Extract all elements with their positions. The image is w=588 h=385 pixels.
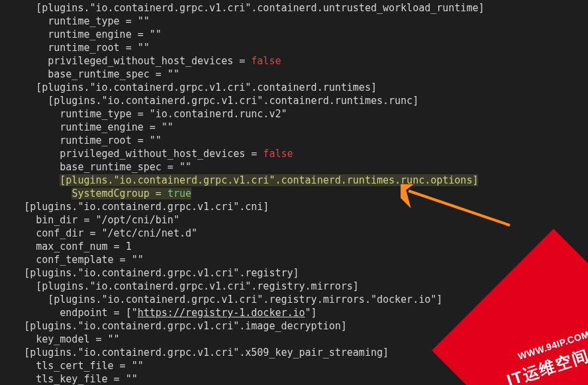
code-line: runtime_type = "" xyxy=(0,15,588,28)
code-line: conf_template = "" xyxy=(0,253,588,266)
code-line: tls_key_file = "" xyxy=(0,372,588,385)
code-line: conf_dir = "/etc/cni/net.d" xyxy=(0,227,588,240)
code-line: max_conf_num = 1 xyxy=(0,240,588,253)
code-editor[interactable]: [plugins."io.containerd.grpc.v1.cri".con… xyxy=(0,0,588,385)
code-line: runtime_engine = "" xyxy=(0,121,588,134)
code-line: runtime_engine = "" xyxy=(0,28,588,41)
code-line: [plugins."io.containerd.grpc.v1.cri".reg… xyxy=(0,293,588,306)
code-line: [plugins."io.containerd.grpc.v1.cri".con… xyxy=(0,81,588,94)
code-line: [plugins."io.containerd.grpc.v1.cri".con… xyxy=(0,1,588,15)
code-line: privileged_without_host_devices = false xyxy=(0,54,588,68)
code-line: runtime_type = "io.containerd.runc.v2" xyxy=(0,107,588,121)
code-line: [plugins."io.containerd.grpc.v1.cri".reg… xyxy=(0,266,588,280)
code-line: endpoint = ["https://registry-1.docker.i… xyxy=(0,306,588,319)
code-line: key_model = "" xyxy=(0,333,588,346)
code-line: [plugins."io.containerd.grpc.v1.cri".reg… xyxy=(0,280,588,293)
code-line: privileged_without_host_devices = false xyxy=(0,147,588,160)
code-line: [plugins."io.containerd.grpc.v1.cri".ima… xyxy=(0,319,588,333)
code-line: [plugins."io.containerd.grpc.v1.cri".con… xyxy=(0,174,588,187)
code-line: [plugins."io.containerd.grpc.v1.cri".con… xyxy=(0,94,588,107)
code-line: base_runtime_spec = "" xyxy=(0,68,588,81)
code-line: runtime_root = "" xyxy=(0,41,588,54)
code-line: runtime_root = "" xyxy=(0,134,588,147)
code-line: [plugins."io.containerd.grpc.v1.cri".cni… xyxy=(0,200,588,213)
code-line: bin_dir = "/opt/cni/bin" xyxy=(0,213,588,227)
code-line: tls_cert_file = "" xyxy=(0,359,588,372)
code-line: SystemdCgroup = true xyxy=(0,187,588,200)
code-line: base_runtime_spec = "" xyxy=(0,160,588,174)
code-line: [plugins."io.containerd.grpc.v1.cri".x50… xyxy=(0,346,588,359)
